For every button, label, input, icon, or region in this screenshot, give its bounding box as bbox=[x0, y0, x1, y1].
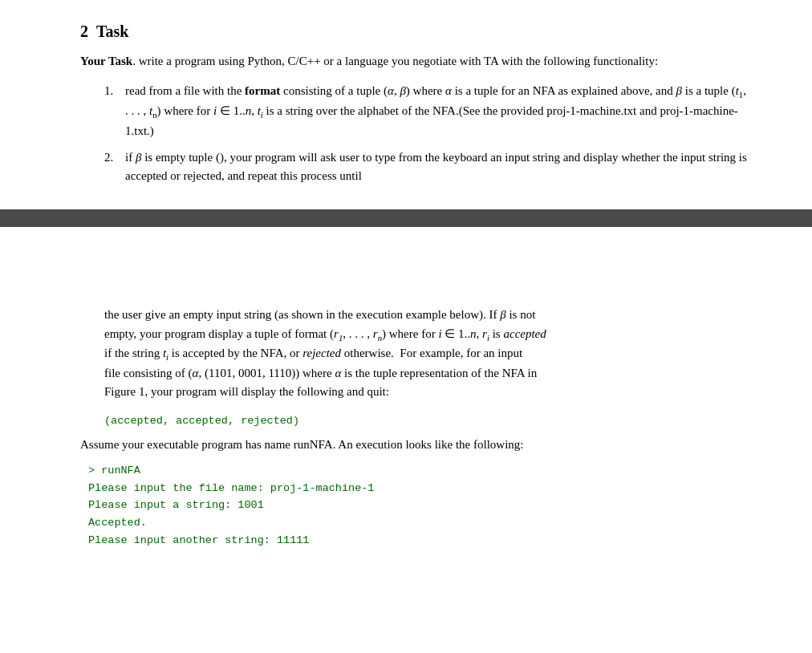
sub-1: 1 bbox=[739, 90, 743, 99]
assume-paragraph: Assume your executable program has name … bbox=[80, 436, 748, 454]
exec-line-5: Please input another string: 11111 bbox=[88, 532, 748, 550]
accepted-italic: accepted bbox=[503, 327, 546, 340]
list-item-1: 1. read from a file with the format cons… bbox=[104, 82, 748, 140]
alpha-1: α bbox=[388, 84, 394, 97]
exec-line-4: Accepted. bbox=[88, 514, 748, 532]
sub-ri: i bbox=[487, 333, 489, 343]
section-title: Task bbox=[96, 22, 128, 41]
alpha-cont: α bbox=[193, 367, 199, 379]
section-number: 2 bbox=[80, 22, 88, 41]
separator-bar bbox=[0, 209, 812, 227]
exec-line-2: Please input the file name: proj-1-machi… bbox=[88, 480, 748, 497]
sub-rn-math: n bbox=[378, 333, 382, 343]
sub-n: n bbox=[152, 110, 156, 120]
your-task-bold: Your Task bbox=[80, 55, 132, 67]
sub-i-math: i bbox=[261, 110, 263, 120]
list-item-2: 2. if β is empty tuple (), your program … bbox=[104, 148, 748, 186]
sub-ti-cont: i bbox=[166, 352, 168, 362]
format-bold: format bbox=[245, 84, 280, 97]
beta-2: β bbox=[676, 84, 682, 97]
page-spacer bbox=[0, 227, 812, 283]
continuation-paragraph: the user give an empty input string (as … bbox=[104, 306, 748, 401]
page-top-section: 2 Task Your Task. write a program using … bbox=[0, 0, 812, 209]
beta-cont: β bbox=[500, 308, 505, 321]
exec-line-3: Please input a string: 1001 bbox=[88, 497, 748, 514]
sub-ri-math: i bbox=[487, 333, 489, 343]
n-cont: n bbox=[470, 327, 477, 340]
intro-text: . write a program using Python, C/C++ or… bbox=[132, 55, 658, 67]
beta-1: β bbox=[400, 84, 405, 97]
list-num-2: 2. bbox=[104, 148, 119, 186]
sub-ti-cont-math: i bbox=[166, 352, 168, 362]
beta-item2: β bbox=[136, 151, 141, 164]
assume-text-content: Assume your executable program has name … bbox=[80, 438, 524, 451]
n-var: n bbox=[246, 104, 252, 117]
i-cont: i bbox=[438, 327, 441, 340]
alpha-2: α bbox=[445, 84, 452, 97]
sub-rn: n bbox=[378, 333, 382, 343]
rejected-italic: rejected bbox=[302, 347, 341, 359]
intro-paragraph: Your Task. write a program using Python,… bbox=[80, 52, 748, 71]
list-num-1: 1. bbox=[104, 82, 119, 140]
code-result-text: (accepted, accepted, rejected) bbox=[104, 415, 299, 427]
alpha-cont2: α bbox=[335, 367, 341, 379]
sub-i: i bbox=[261, 110, 263, 120]
list-content-1: read from a file with the format consist… bbox=[125, 82, 748, 140]
execution-block: > runNFA Please input the file name: pro… bbox=[88, 462, 748, 549]
exec-line-1: > runNFA bbox=[88, 462, 748, 480]
sub-r1-math: 1 bbox=[339, 333, 343, 343]
list-content-2: if β is empty tuple (), your program wil… bbox=[125, 148, 748, 186]
code-result-block: (accepted, accepted, rejected) bbox=[104, 413, 748, 429]
sub-r1: 1 bbox=[339, 333, 343, 343]
page-bottom-section: the user give an empty input string (as … bbox=[0, 283, 812, 565]
section-heading: 2 Task bbox=[80, 22, 748, 41]
task-list: 1. read from a file with the format cons… bbox=[104, 82, 748, 185]
i-var: i bbox=[213, 104, 217, 117]
